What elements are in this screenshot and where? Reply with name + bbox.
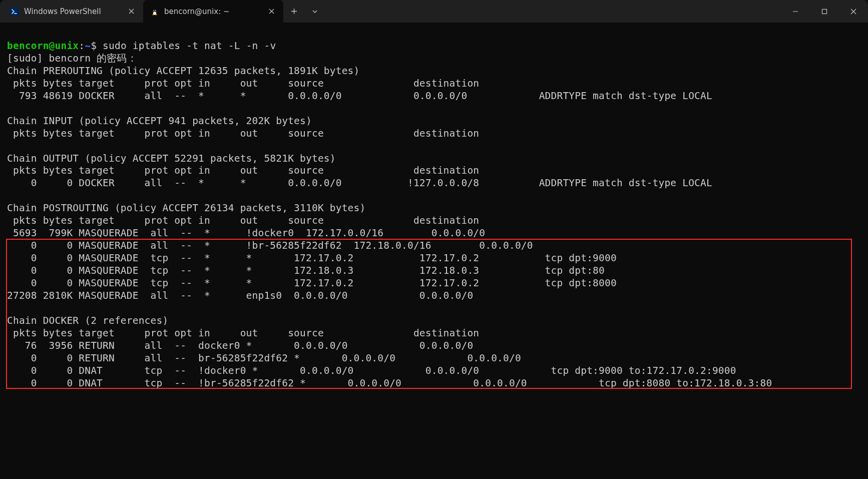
table-row: 0 0 RETURN all -- br-56285f22df62 * 0.0.…	[7, 352, 521, 364]
close-tab-button[interactable]	[266, 7, 276, 17]
titlebar: Windows PowerShell bencorn@unix: ~	[0, 0, 868, 23]
table-row: 0 0 MASQUERADE tcp -- * * 172.18.0.3 172…	[7, 265, 605, 276]
svg-rect-0	[10, 8, 19, 16]
table-row: 0 0 DNAT tcp -- !br-56285f22df62 * 0.0.0…	[7, 377, 772, 389]
minimize-icon	[792, 9, 798, 15]
close-icon	[850, 9, 856, 15]
sudo-prompt: [sudo] bencorn 的密码：	[7, 53, 137, 64]
tux-icon	[150, 7, 159, 16]
terminal-output[interactable]: bencorn@unix:~$ sudo iptables -t nat -L …	[0, 23, 868, 406]
chevron-down-icon	[312, 9, 318, 15]
maximize-icon	[821, 9, 827, 15]
table-row: 0 0 DNAT tcp -- !docker0 * 0.0.0.0/0 0.0…	[7, 365, 736, 376]
table-row: 0 0 MASQUERADE tcp -- * * 172.17.0.2 172…	[7, 277, 617, 289]
titlebar-drag-area[interactable]	[325, 0, 781, 23]
prompt-colon: :	[79, 40, 85, 52]
table-header: pkts bytes target prot opt in out source…	[7, 128, 479, 139]
tab-bencorn-unix[interactable]: bencorn@unix: ~	[143, 0, 283, 23]
close-window-button[interactable]	[839, 0, 868, 23]
svg-point-9	[155, 14, 157, 15]
command-text: sudo iptables -t nat -L -n -v	[103, 40, 276, 52]
close-tab-button[interactable]	[126, 7, 136, 17]
tab-actions	[283, 0, 325, 23]
svg-rect-11	[822, 9, 827, 14]
close-icon	[269, 9, 274, 14]
maximize-button[interactable]	[810, 0, 839, 23]
table-row: 5693 799K MASQUERADE all -- * !docker0 1…	[7, 227, 485, 239]
svg-point-6	[154, 10, 154, 11]
chain-docker-title: Chain DOCKER (2 references)	[7, 315, 168, 326]
chain-postrouting-title: Chain POSTROUTING (policy ACCEPT 26134 p…	[7, 202, 365, 214]
table-row: 793 48619 DOCKER all -- * * 0.0.0.0/0 0.…	[7, 90, 712, 102]
table-row: 0 0 MASQUERADE tcp -- * * 172.17.0.2 172…	[7, 252, 617, 264]
tab-powershell[interactable]: Windows PowerShell	[3, 0, 143, 23]
table-row: 76 3956 RETURN all -- docker0 * 0.0.0.0/…	[7, 340, 473, 351]
tab-title: bencorn@unix: ~	[164, 7, 261, 16]
svg-point-7	[155, 10, 156, 11]
table-row: 27208 2810K MASQUERADE all -- * enp1s0 0…	[7, 290, 473, 301]
new-tab-button[interactable]	[283, 0, 304, 23]
plus-icon	[291, 8, 297, 15]
prompt-dollar: $	[91, 40, 97, 52]
chain-output-title: Chain OUTPUT (policy ACCEPT 52291 packet…	[7, 153, 336, 164]
tab-dropdown-button[interactable]	[304, 0, 325, 23]
prompt-cwd: ~	[85, 40, 91, 52]
chain-input-title: Chain INPUT (policy ACCEPT 941 packets, …	[7, 115, 312, 127]
chain-prerouting-title: Chain PREROUTING (policy ACCEPT 12635 pa…	[7, 65, 359, 77]
table-row: 0 0 DOCKER all -- * * 0.0.0.0/0 !127.0.0…	[7, 177, 712, 189]
table-header: pkts bytes target prot opt in out source…	[7, 165, 479, 176]
table-row: 0 0 MASQUERADE all -- * !br-56285f22df62…	[7, 240, 533, 251]
close-icon	[129, 9, 134, 14]
tab-title: Windows PowerShell	[24, 7, 121, 16]
window-controls	[781, 0, 868, 23]
powershell-icon	[10, 7, 19, 16]
table-header: pkts bytes target prot opt in out source…	[7, 327, 479, 339]
prompt-user-host: bencorn@unix	[7, 40, 79, 52]
svg-point-8	[152, 14, 154, 15]
table-header: pkts bytes target prot opt in out source…	[7, 215, 479, 226]
table-header: pkts bytes target prot opt in out source…	[7, 78, 479, 89]
minimize-button[interactable]	[781, 0, 810, 23]
tabs: Windows PowerShell bencorn@unix: ~	[0, 0, 283, 23]
